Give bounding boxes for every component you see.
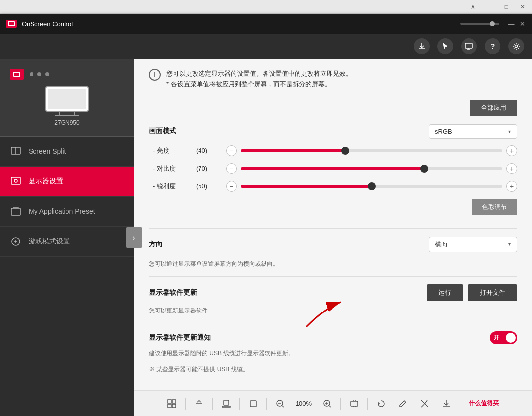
bottom-tool-crop[interactable] — [245, 397, 262, 410]
win-minimize[interactable]: — — [507, 20, 515, 28]
software-update-label: 显示器软件更新 — [149, 288, 197, 297]
bottom-tool-download[interactable] — [438, 397, 455, 410]
watermark: 什么值得买 — [465, 397, 502, 410]
sharpness-plus[interactable]: + — [506, 181, 517, 192]
sidebar-item-screen-split[interactable]: Screen Split — [0, 137, 134, 167]
contrast-track[interactable] — [241, 167, 502, 170]
brightness-plus[interactable]: + — [506, 145, 517, 156]
game-mode-label: 游戏模式设置 — [29, 237, 70, 246]
win-close[interactable]: ✕ — [518, 20, 526, 28]
direction-value: 横向 — [435, 240, 448, 249]
software-update-row: 显示器软件更新 运行 打开文件 — [149, 284, 517, 301]
brightness-minus[interactable]: − — [226, 145, 237, 156]
app-window: OnScreen Control — ✕ ? — [0, 14, 532, 416]
sharpness-label: - 锐利度 — [149, 182, 188, 191]
svg-rect-22 — [351, 401, 358, 406]
download-icon-btn[interactable] — [414, 38, 430, 54]
svg-rect-14 — [168, 400, 171, 403]
update-buttons: 运行 打开文件 — [427, 284, 517, 301]
divider-bt-5 — [340, 398, 341, 410]
cursor-icon-btn[interactable] — [437, 38, 453, 54]
monitor-preview: 27GN950 — [0, 59, 134, 137]
color-adjust-button[interactable]: 色彩调节 — [472, 199, 517, 215]
watermark-text: 什么值得买 — [469, 399, 499, 408]
right-panel: i 您可以更改选定显示器的设置值。各设置值中的更改将立即见效。 * 各设置菜单值… — [134, 59, 532, 390]
bottom-tool-transform[interactable] — [191, 397, 207, 410]
dot-1 — [30, 72, 33, 76]
dot-2 — [37, 72, 41, 76]
svg-point-1 — [515, 45, 518, 48]
contrast-label: - 对比度 — [149, 164, 188, 173]
contrast-row: - 对比度 (70) − + — [149, 163, 517, 174]
game-mode-icon — [10, 236, 22, 247]
titlebar-slider[interactable] — [460, 23, 499, 25]
picture-mode-dropdown[interactable]: sRGB ▾ — [429, 124, 517, 139]
divider-bt-7 — [460, 398, 460, 410]
bottom-tool-fit[interactable] — [346, 397, 363, 410]
monitor-icon-btn[interactable] — [461, 38, 477, 54]
os-maximize[interactable]: □ — [502, 2, 511, 11]
bottom-toolbar: 100% — [134, 390, 532, 416]
toggle-circle — [506, 333, 516, 343]
os-minimize[interactable]: ∧ — [468, 2, 478, 11]
bottom-tool-stamp[interactable] — [218, 397, 234, 410]
screen-split-label: Screen Split — [29, 147, 66, 155]
apply-all-button[interactable]: 全部应用 — [470, 100, 517, 116]
contrast-plus[interactable]: + — [506, 163, 517, 174]
bottom-tool-rotate[interactable] — [373, 397, 390, 410]
picture-mode-label: 画面模式 — [149, 127, 188, 136]
bottom-tool-zoom-out[interactable] — [272, 397, 289, 410]
os-minimize2[interactable]: — — [484, 2, 496, 11]
svg-rect-16 — [168, 404, 171, 408]
sharpness-row: - 锐利度 (50) − + — [149, 181, 517, 192]
app-preset-label: My Application Preset — [29, 208, 95, 215]
contrast-minus[interactable]: − — [226, 163, 237, 174]
divider-1 — [149, 228, 517, 229]
sidebar-item-game-mode[interactable]: 游戏模式设置 — [0, 227, 134, 257]
run-button[interactable]: 运行 — [427, 284, 463, 301]
update-notice-toggle[interactable]: 开 — [490, 331, 517, 344]
sharpness-thumb — [368, 182, 376, 190]
picture-mode-row: 画面模式 sRGB ▾ — [149, 124, 517, 139]
notice-text: 您可以更改选定显示器的设置值。各设置值中的更改将立即见效。 * 各设置菜单值将被… — [166, 69, 352, 90]
bottom-tool-zoom-in[interactable] — [319, 397, 335, 410]
open-file-button[interactable]: 打开文件 — [468, 284, 517, 301]
sidebar-logo — [10, 69, 24, 80]
bottom-tool-grid[interactable] — [164, 397, 180, 410]
svg-rect-19 — [250, 401, 256, 407]
update-notice-label: 显示器软件更新通知 — [149, 333, 211, 342]
titlebar-right: — ✕ — [460, 20, 526, 28]
direction-dropdown[interactable]: 横向 ▾ — [429, 237, 517, 252]
slider-thumb — [490, 21, 495, 26]
right-expand-btn[interactable]: › — [126, 227, 142, 248]
dot-3 — [45, 72, 49, 76]
os-close[interactable]: ✕ — [517, 2, 528, 11]
sharpness-slider: − + — [226, 181, 517, 192]
direction-desc: 您可以通过显示菜单设置屏幕方向为横向或纵向。 — [149, 259, 517, 268]
settings-icon-btn[interactable] — [508, 38, 524, 54]
screen-split-icon — [10, 145, 22, 157]
app-title: OnScreen Control — [22, 20, 73, 28]
sidebar-item-app-preset[interactable]: My Application Preset — [0, 197, 134, 227]
brightness-thumb — [341, 147, 349, 155]
info-icon: i — [149, 69, 161, 81]
brightness-track[interactable] — [241, 149, 502, 152]
direction-label: 方向 — [149, 240, 188, 249]
toolbar-row: ? — [0, 34, 532, 59]
divider-bt-4 — [266, 398, 267, 410]
sharpness-track[interactable] — [241, 185, 502, 188]
bottom-tool-edit[interactable] — [395, 397, 411, 410]
sidebar-item-display-settings[interactable]: 显示器设置 — [0, 167, 134, 197]
update-notice-desc2: ※ 某些显示器可能不提供 USB 线缆。 — [149, 365, 517, 374]
bottom-tool-cut[interactable] — [416, 397, 433, 410]
brightness-slider: − + — [226, 145, 517, 156]
sidebar: 27GN950 Screen Split 显示器设置 My Applica — [0, 59, 134, 416]
notice-line1: 您可以更改选定显示器的设置值。各设置值中的更改将立即见效。 — [166, 69, 352, 79]
divider-3 — [149, 323, 517, 323]
svg-rect-18 — [224, 400, 229, 405]
monitor-screen-icon — [45, 86, 89, 116]
apply-all-row: 全部应用 — [149, 100, 517, 124]
sharpness-minus[interactable]: − — [226, 181, 237, 192]
help-icon-btn[interactable]: ? — [485, 38, 500, 54]
sharpness-fill — [241, 185, 372, 188]
